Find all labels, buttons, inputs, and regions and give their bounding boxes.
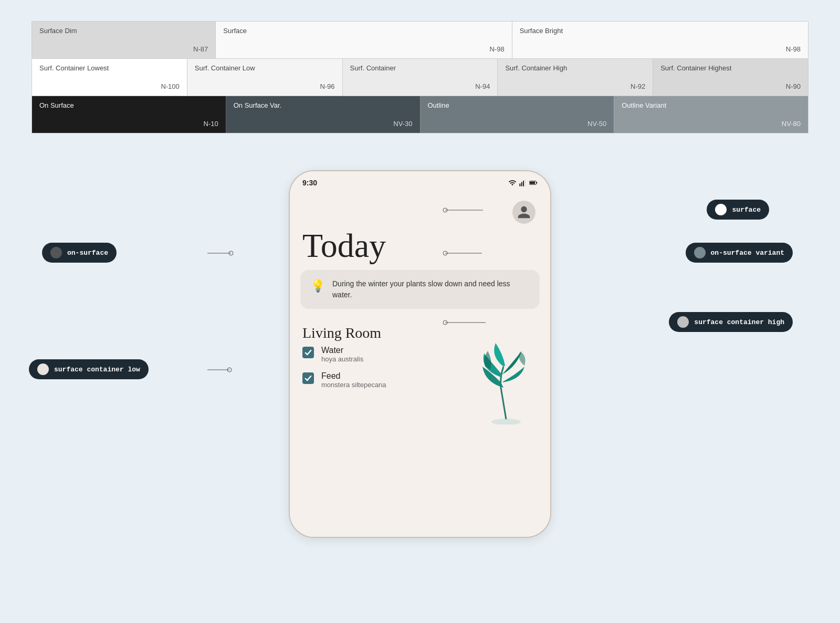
task-item-1: Water hoya australis	[302, 346, 475, 363]
toggle-surface-container-low	[37, 364, 49, 375]
phone-title: Today	[290, 224, 550, 268]
lightbulb-icon: 💡	[311, 279, 325, 293]
swatch-outline: Outline NV-50	[420, 96, 614, 133]
signal-icon	[519, 179, 527, 187]
svg-point-11	[229, 251, 233, 255]
annotation-surface-container-high: surface container high	[669, 312, 793, 332]
task-item-2: Feed monstera siltepecana	[302, 371, 475, 389]
swatch-surface: Surface N-98	[215, 22, 511, 58]
task-list: Water hoya australis Feed	[302, 346, 475, 397]
annotation-on-surface-variant: on-surface variant	[686, 243, 793, 263]
phone-time: 9:30	[302, 179, 317, 187]
annotation-badge-surface-container-high: surface container high	[669, 312, 793, 332]
svg-rect-5	[536, 182, 537, 184]
check-icon-2	[304, 375, 312, 382]
swatch-container: Surf. Container N-94	[342, 59, 498, 96]
swatch-row-3: On Surface N-10 On Surface Var. NV-30 Ou…	[32, 96, 808, 133]
phone-frame: 9:30	[289, 170, 551, 538]
phone-status-bar: 9:30	[290, 171, 550, 190]
checkbox-1[interactable]	[302, 347, 314, 358]
swatch-container-high: Surf. Container High N-92	[497, 59, 653, 96]
swatch-surface-bright: Surface Bright N-98	[512, 22, 808, 58]
wifi-icon	[508, 179, 517, 187]
annotation-badge-on-surface-variant: on-surface variant	[686, 243, 793, 263]
tip-card: 💡 During the winter your plants slow dow…	[300, 270, 540, 309]
task-text-2: Feed monstera siltepecana	[321, 371, 386, 389]
swatch-outline-variant: Outline Variant NV-80	[614, 96, 808, 133]
bottom-section: 9:30	[0, 160, 840, 569]
annotation-surface-container-low: surface container low	[29, 359, 149, 379]
swatch-row-2: Surf. Container Lowest N-100 Surf. Conta…	[32, 59, 808, 96]
battery-icon	[529, 179, 538, 187]
checkbox-2[interactable]	[302, 372, 314, 384]
check-icon-1	[304, 349, 312, 356]
annotation-badge-surface-container-low: surface container low	[29, 359, 149, 379]
svg-rect-1	[521, 182, 522, 186]
toggle-on-surface-variant	[694, 247, 706, 258]
status-icons	[508, 179, 538, 187]
svg-point-7	[491, 419, 521, 424]
annotation-surface: surface	[707, 200, 769, 220]
swatch-section: Surface Dim N-87 Surface N-98 Surface Br…	[32, 21, 808, 133]
phone-header	[290, 190, 550, 224]
swatch-container-highest: Surf. Container Highest N-90	[653, 59, 808, 96]
svg-rect-2	[523, 181, 524, 186]
svg-rect-3	[524, 179, 526, 186]
avatar[interactable]	[512, 201, 536, 224]
swatch-container-lowest: Surf. Container Lowest N-100	[32, 59, 187, 96]
toggle-surface	[715, 204, 727, 215]
person-icon	[517, 205, 531, 220]
toggle-surface-container-high	[677, 316, 689, 328]
svg-point-17	[227, 368, 232, 372]
svg-rect-6	[530, 182, 535, 184]
phone-screen: 9:30	[290, 171, 550, 537]
swatch-on-surface-variant: On Surface Var. NV-30	[226, 96, 420, 133]
plant-list: Water hoya australis Feed	[290, 346, 550, 414]
swatch-row-1: Surface Dim N-87 Surface N-98 Surface Br…	[32, 21, 808, 59]
annotation-badge-on-surface: on-surface	[42, 243, 117, 263]
plant-illustration	[475, 340, 538, 414]
annotation-on-surface: on-surface	[42, 243, 117, 263]
swatch-surface-dim: Surface Dim N-87	[32, 22, 215, 58]
toggle-on-surface	[50, 247, 62, 258]
annotation-badge-surface: surface	[707, 200, 769, 220]
phone-mockup-wrapper: 9:30	[289, 170, 551, 538]
swatch-container-low: Surf. Container Low N-96	[187, 59, 342, 96]
svg-rect-0	[519, 183, 520, 186]
task-text-1: Water hoya australis	[321, 346, 363, 363]
tip-text: During the winter your plants slow down …	[332, 278, 529, 300]
swatch-on-surface: On Surface N-10	[32, 96, 226, 133]
